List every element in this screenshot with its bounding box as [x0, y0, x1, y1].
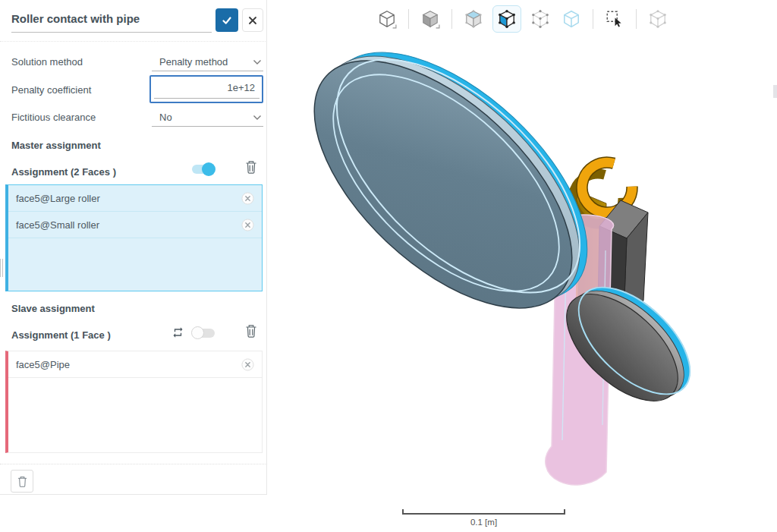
toolbar-separator — [636, 9, 637, 29]
apply-button[interactable] — [215, 8, 238, 32]
toolbar-separator — [408, 9, 409, 29]
field-underline — [152, 126, 263, 127]
delete-contact-button[interactable] — [11, 470, 33, 493]
trash-icon — [244, 159, 258, 175]
remove-icon — [241, 192, 254, 205]
invert-selection-icon — [646, 7, 670, 31]
master-faces-box: face5@Large roller face5@Small roller — [5, 184, 263, 291]
toolbar-separator — [593, 9, 593, 29]
remove-icon — [241, 219, 254, 231]
wireframe-render-icon[interactable] — [375, 7, 399, 31]
scale-bar — [402, 509, 565, 515]
remove-face-button[interactable] — [241, 358, 254, 371]
assigned-face-item[interactable]: face5@Small roller — [8, 212, 262, 238]
select-edges-icon[interactable] — [559, 7, 584, 31]
penalty-coefficient-label: Penalty coefficient — [11, 84, 91, 96]
face-label: face5@Large roller — [16, 193, 241, 204]
master-assignment-heading: Master assignment — [11, 140, 101, 151]
shaded-render-icon[interactable] — [418, 7, 442, 31]
contact-settings-panel: Roller contact with pipe Solution method… — [0, 0, 267, 495]
face-label: face5@Pipe — [16, 359, 241, 370]
field-underline — [152, 71, 263, 71]
3d-scene-canvas[interactable] — [267, 0, 777, 532]
select-volumes-icon[interactable] — [461, 7, 486, 31]
select-vertices-icon[interactable] — [528, 7, 552, 31]
chevron-down-icon[interactable] — [253, 59, 262, 65]
slave-assignment-toggle[interactable] — [191, 326, 215, 340]
close-icon — [248, 16, 257, 25]
remove-icon — [241, 358, 254, 371]
select-faces-icon[interactable] — [492, 5, 521, 33]
title-underline — [11, 32, 212, 33]
remove-face-button[interactable] — [241, 219, 254, 231]
master-assignment-count-label: Assignment (2 Faces ) — [11, 166, 116, 178]
viewport-toolbar — [267, 5, 777, 33]
fictitious-clearance-label: Fictitious clearance — [11, 112, 96, 123]
toggle-knob — [191, 326, 204, 339]
box-select-icon[interactable] — [602, 7, 627, 31]
divider — [0, 464, 267, 464]
assigned-face-item[interactable]: face5@Large roller — [8, 185, 262, 212]
scale-bar-label: 0.1 [m] — [402, 518, 565, 527]
3d-viewport: 0.1 [m] — [267, 0, 777, 532]
panel-title: Roller contact with pipe — [11, 12, 140, 25]
fictitious-clearance-select[interactable]: No — [159, 112, 172, 123]
trash-icon — [244, 323, 258, 338]
slave-assignment-count-label: Assignment (1 Face ) — [11, 329, 111, 341]
delete-slave-assignment-button[interactable] — [244, 323, 258, 341]
slave-faces-box: face5@Pipe — [5, 351, 263, 453]
delete-master-assignment-button[interactable] — [244, 159, 258, 177]
chevron-down-icon[interactable] — [253, 115, 262, 121]
application-window: Roller contact with pipe Solution method… — [0, 0, 777, 532]
penalty-coefficient-input[interactable] — [149, 75, 263, 103]
assigned-face-item[interactable]: face5@Pipe — [8, 351, 262, 378]
slave-assignment-heading: Slave assignment — [11, 303, 95, 314]
toolbar-separator — [451, 9, 452, 29]
check-icon — [221, 14, 233, 27]
close-button[interactable] — [242, 8, 263, 32]
divider — [0, 41, 267, 42]
toggle-knob — [202, 162, 215, 176]
swap-assignments-button[interactable] — [171, 326, 185, 341]
remove-face-button[interactable] — [241, 192, 254, 205]
trash-icon — [17, 475, 28, 488]
panel-resize-handle[interactable] — [0, 259, 3, 277]
solution-method-select[interactable]: Penalty method — [159, 56, 228, 68]
vertical-scrollbar-thumb[interactable] — [773, 85, 777, 98]
solution-method-label: Solution method — [11, 56, 83, 68]
master-assignment-toggle[interactable] — [191, 162, 215, 176]
swap-icon — [171, 326, 185, 338]
face-label: face5@Small roller — [16, 219, 241, 231]
